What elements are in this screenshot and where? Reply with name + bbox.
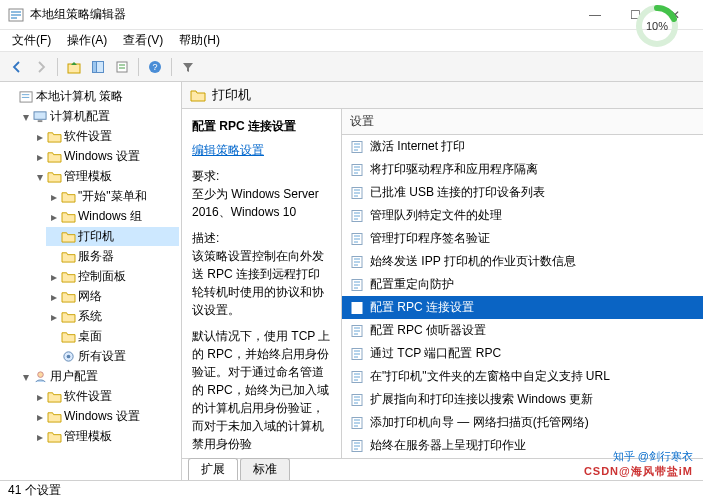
svg-rect-11 — [38, 120, 43, 122]
expand-icon[interactable]: ▸ — [48, 211, 59, 222]
forward-button[interactable] — [30, 56, 52, 78]
expand-icon[interactable]: ▸ — [34, 131, 45, 142]
policy-item-icon — [350, 278, 364, 292]
list-item[interactable]: 扩展指向和打印连接以搜索 Windows 更新 — [342, 388, 703, 411]
menu-file[interactable]: 文件(F) — [6, 30, 57, 51]
policy-item-icon — [350, 439, 364, 453]
list-item[interactable]: 在"打印机"文件夹的左窗格中自定义支持 URL — [342, 365, 703, 388]
tree-software-settings[interactable]: ▸软件设置 — [32, 127, 179, 146]
tree-server[interactable]: 服务器 — [46, 247, 179, 266]
tree-start-menu[interactable]: ▸"开始"菜单和 — [46, 187, 179, 206]
tab-standard[interactable]: 标准 — [240, 458, 290, 480]
list-item[interactable]: 通过 TCP 端口配置 RPC — [342, 342, 703, 365]
list-item[interactable]: 配置重定向防护 — [342, 273, 703, 296]
list-item[interactable]: 已批准 USB 连接的打印设备列表 — [342, 181, 703, 204]
tab-extended[interactable]: 扩展 — [188, 458, 238, 480]
list-item-label: 管理打印程序签名验证 — [370, 230, 490, 247]
toolbar-separator — [57, 58, 58, 76]
tree-all-settings[interactable]: 所有设置 — [46, 347, 179, 366]
content-header: 打印机 — [182, 82, 703, 109]
list-item[interactable]: 始终发送 IPP 打印机的作业页计数信息 — [342, 250, 703, 273]
tree-system[interactable]: ▸系统 — [46, 307, 179, 326]
svg-rect-3 — [68, 64, 80, 73]
edit-policy-link[interactable]: 编辑策略设置 — [192, 143, 264, 157]
back-button[interactable] — [6, 56, 28, 78]
svg-text:?: ? — [152, 62, 157, 72]
expand-icon[interactable]: ▸ — [48, 291, 59, 302]
column-header-setting[interactable]: 设置 — [342, 109, 703, 135]
expand-icon[interactable]: ▸ — [48, 271, 59, 282]
collapse-icon[interactable]: ▾ — [20, 371, 31, 382]
collapse-icon[interactable]: ▾ — [20, 111, 31, 122]
settings-icon — [61, 350, 76, 363]
folder-icon — [61, 330, 76, 343]
tree-user-software[interactable]: ▸软件设置 — [32, 387, 179, 406]
list-item[interactable]: 配置 RPC 侦听器设置 — [342, 319, 703, 342]
tree-root[interactable]: 本地计算机 策略 — [4, 87, 179, 106]
policy-title: 配置 RPC 连接设置 — [192, 117, 331, 135]
list-item-label: 添加打印机向导 — 网络扫描页(托管网络) — [370, 414, 589, 431]
tree-user-admin[interactable]: ▸管理模板 — [32, 427, 179, 446]
list-item[interactable]: 将打印驱动程序和应用程序隔离 — [342, 158, 703, 181]
tree-windows-components[interactable]: ▸Windows 组 — [46, 207, 179, 226]
folder-icon — [61, 210, 76, 223]
tree-user-windows[interactable]: ▸Windows 设置 — [32, 407, 179, 426]
list-item[interactable]: 添加打印机向导 — 网络扫描页(托管网络) — [342, 411, 703, 434]
tree-admin-templates[interactable]: ▾管理模板 — [32, 167, 179, 186]
tree-windows-settings[interactable]: ▸Windows 设置 — [32, 147, 179, 166]
svg-rect-6 — [117, 62, 127, 72]
tree-control-panel[interactable]: ▸控制面板 — [46, 267, 179, 286]
show-hide-tree-button[interactable] — [87, 56, 109, 78]
tree-network[interactable]: ▸网络 — [46, 287, 179, 306]
app-icon — [8, 7, 24, 23]
list-item-label: 配置重定向防护 — [370, 276, 454, 293]
svg-text:10%: 10% — [646, 20, 668, 32]
expand-icon[interactable]: ▸ — [48, 311, 59, 322]
list-item[interactable]: 管理打印程序签名验证 — [342, 227, 703, 250]
export-button[interactable] — [111, 56, 133, 78]
window-title: 本地组策略编辑器 — [30, 6, 575, 23]
filter-button[interactable] — [177, 56, 199, 78]
nav-tree[interactable]: 本地计算机 策略 ▾计算机配置 ▸软件设置 ▸Windows 设置 ▾管理模板 … — [0, 82, 182, 480]
minimize-button[interactable]: — — [575, 2, 615, 28]
expand-icon[interactable]: ▸ — [34, 391, 45, 402]
menu-action[interactable]: 操作(A) — [61, 30, 113, 51]
list-item-label: 将打印驱动程序和应用程序隔离 — [370, 161, 538, 178]
list-item-label: 配置 RPC 连接设置 — [370, 299, 474, 316]
tree-printers[interactable]: 打印机 — [46, 227, 179, 246]
menu-bar: 文件(F) 操作(A) 查看(V) 帮助(H) — [0, 30, 703, 52]
requirements-label: 要求: — [192, 167, 331, 185]
tree-desktop[interactable]: 桌面 — [46, 327, 179, 346]
expand-icon[interactable]: ▸ — [34, 151, 45, 162]
folder-icon — [47, 390, 62, 403]
list-item[interactable]: 激活 Internet 打印 — [342, 135, 703, 158]
list-item[interactable]: 管理队列特定文件的处理 — [342, 204, 703, 227]
menu-view[interactable]: 查看(V) — [117, 30, 169, 51]
list-item[interactable]: 配置 RPC 连接设置 — [342, 296, 703, 319]
collapse-icon[interactable]: ▾ — [34, 171, 45, 182]
list-item-label: 通过 TCP 端口配置 RPC — [370, 345, 501, 362]
expand-icon[interactable]: ▸ — [48, 191, 59, 202]
folder-icon — [47, 170, 62, 183]
list-item-label: 配置 RPC 侦听器设置 — [370, 322, 486, 339]
policy-item-icon — [350, 370, 364, 384]
policy-item-icon — [350, 140, 364, 154]
up-button[interactable] — [63, 56, 85, 78]
tree-user-config[interactable]: ▾用户配置 — [18, 367, 179, 386]
svg-rect-10 — [34, 112, 46, 119]
expand-icon[interactable]: ▸ — [34, 411, 45, 422]
policy-item-icon — [350, 347, 364, 361]
policy-item-icon — [350, 301, 364, 315]
tree-computer-config[interactable]: ▾计算机配置 — [18, 107, 179, 126]
description-pane: 配置 RPC 连接设置 编辑策略设置 要求: 至少为 Windows Serve… — [182, 109, 342, 458]
help-button[interactable]: ? — [144, 56, 166, 78]
status-count: 41 个设置 — [8, 482, 61, 499]
toolbar-separator — [171, 58, 172, 76]
list-item[interactable]: 始终在服务器上呈现打印作业 — [342, 434, 703, 457]
settings-list[interactable]: 设置 激活 Internet 打印将打印驱动程序和应用程序隔离已批准 USB 连… — [342, 109, 703, 458]
policy-icon — [19, 90, 34, 103]
expand-icon[interactable]: ▸ — [34, 431, 45, 442]
policy-item-icon — [350, 255, 364, 269]
menu-help[interactable]: 帮助(H) — [173, 30, 226, 51]
folder-icon — [47, 130, 62, 143]
